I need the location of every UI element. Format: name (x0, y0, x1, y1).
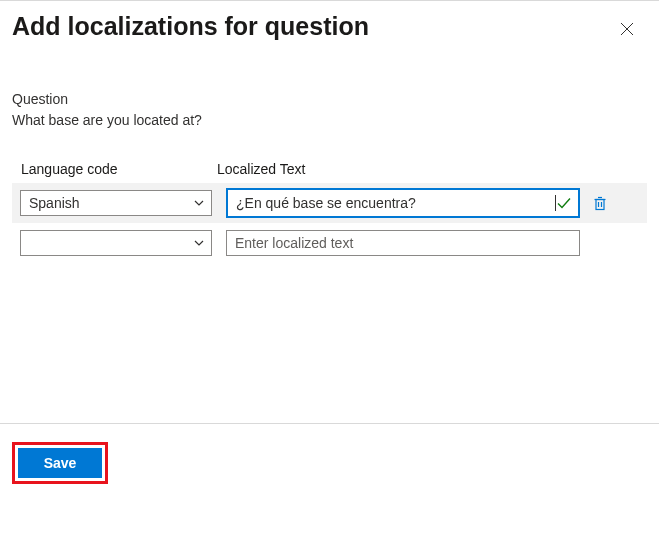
svg-rect-2 (596, 200, 604, 210)
trash-icon (592, 195, 608, 211)
question-label: Question (12, 89, 647, 110)
localization-row (12, 223, 647, 263)
dialog-title: Add localizations for question (12, 11, 369, 42)
save-highlight: Save (12, 442, 108, 484)
column-headers: Language code Localized Text (12, 161, 647, 177)
question-block: Question What base are you located at? (12, 89, 647, 131)
close-button[interactable] (613, 15, 641, 43)
dialog-footer: Save (0, 423, 659, 502)
column-header-localized: Localized Text (217, 161, 305, 177)
localized-text-input[interactable]: ¿En qué base se encuentra? (226, 188, 580, 218)
check-icon (556, 195, 572, 211)
save-button[interactable]: Save (18, 448, 102, 478)
language-select-value: Spanish (29, 195, 80, 211)
close-icon (620, 22, 634, 36)
localized-text-input[interactable] (226, 230, 580, 256)
column-header-language: Language code (12, 161, 217, 177)
delete-row-button[interactable] (588, 191, 612, 215)
chevron-down-icon (193, 237, 205, 249)
chevron-down-icon (193, 197, 205, 209)
localized-text-value: ¿En qué base se encuentra? (236, 195, 555, 211)
language-select[interactable] (20, 230, 212, 256)
language-select[interactable]: Spanish (20, 190, 212, 216)
dialog-header: Add localizations for question (0, 1, 659, 43)
localization-row: Spanish ¿En qué base se encuentra? (12, 183, 647, 223)
question-text: What base are you located at? (12, 110, 647, 131)
